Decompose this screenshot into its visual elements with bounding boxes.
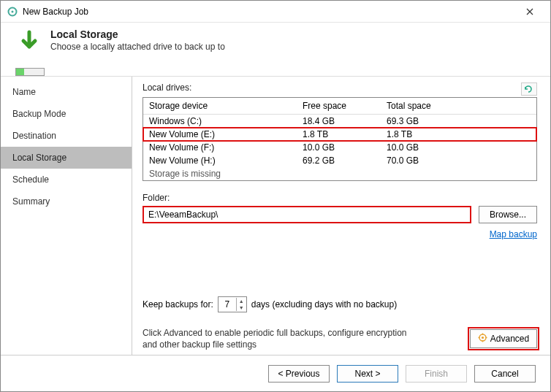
keep-prefix: Keep backups for: xyxy=(142,299,213,310)
svg-point-1 xyxy=(12,10,14,12)
sidebar-item-backup-mode[interactable]: Backup Mode xyxy=(1,103,132,125)
advanced-hint-text: Click Advanced to enable periodic full b… xyxy=(142,327,420,350)
folder-input[interactable] xyxy=(142,206,471,223)
col-storage-device[interactable]: Storage device xyxy=(143,98,297,115)
close-button[interactable] xyxy=(515,1,544,22)
sidebar-item-name[interactable]: Name xyxy=(1,81,132,103)
sidebar-item-local-storage[interactable]: Local Storage xyxy=(1,147,132,169)
drives-header: Storage device Free space Total space xyxy=(143,98,536,115)
keep-backups-row: Keep backups for: ▲ ▼ days (excluding da… xyxy=(142,296,397,312)
drive-row[interactable]: New Volume (H:) 69.2 GB 70.0 GB xyxy=(143,154,536,167)
col-free-space[interactable]: Free space xyxy=(297,98,381,115)
keep-days-spinner[interactable]: ▲ ▼ xyxy=(218,296,247,312)
drive-usage-indicator xyxy=(15,68,45,76)
spinner-down-icon[interactable]: ▼ xyxy=(237,304,246,311)
page-subtitle: Choose a locally attached drive to back … xyxy=(50,42,225,52)
keep-days-input[interactable] xyxy=(218,299,236,310)
finish-button: Finish xyxy=(406,365,467,383)
main-area: Name Backup Mode Destination Local Stora… xyxy=(1,76,550,361)
refresh-drives-button[interactable] xyxy=(521,82,537,96)
content-panel: Local drives: Storage device Free space … xyxy=(132,77,550,361)
gear-icon xyxy=(478,333,487,345)
sidebar-item-destination[interactable]: Destination xyxy=(1,125,132,147)
advanced-button[interactable]: Advanced xyxy=(470,329,537,348)
drive-row[interactable]: Windows (C:) 18.4 GB 69.3 GB xyxy=(143,115,536,128)
folder-label: Folder: xyxy=(142,193,537,203)
app-icon xyxy=(7,6,18,18)
local-storage-icon xyxy=(15,28,43,56)
map-backup-link[interactable]: Map backup xyxy=(490,229,537,239)
sidebar-item-schedule[interactable]: Schedule xyxy=(1,169,132,191)
window-title: New Backup Job xyxy=(23,7,515,17)
header: Local Storage Choose a locally attached … xyxy=(1,23,550,65)
title-bar: New Backup Job xyxy=(1,1,550,23)
drive-row-missing[interactable]: Storage is missing xyxy=(143,167,536,180)
cancel-button[interactable]: Cancel xyxy=(474,365,536,383)
drives-list: Storage device Free space Total space Wi… xyxy=(142,97,537,181)
next-button[interactable]: Next > xyxy=(337,365,398,383)
wizard-footer: < Previous Next > Finish Cancel xyxy=(1,355,550,391)
drive-row[interactable]: New Volume (F:) 10.0 GB 10.0 GB xyxy=(143,141,536,154)
svg-point-3 xyxy=(482,337,484,339)
spinner-up-icon[interactable]: ▲ xyxy=(237,298,246,304)
local-drives-label: Local drives: xyxy=(142,82,191,93)
page-title: Local Storage xyxy=(50,28,225,40)
keep-suffix: days (excluding days with no backup) xyxy=(251,299,397,310)
drive-row-selected[interactable]: New Volume (E:) 1.8 TB 1.8 TB xyxy=(143,128,536,141)
previous-button[interactable]: < Previous xyxy=(268,365,330,383)
wizard-sidebar: Name Backup Mode Destination Local Stora… xyxy=(1,77,132,361)
browse-button[interactable]: Browse... xyxy=(479,206,537,223)
sidebar-item-summary[interactable]: Summary xyxy=(1,191,132,212)
col-total-space[interactable]: Total space xyxy=(381,98,536,115)
